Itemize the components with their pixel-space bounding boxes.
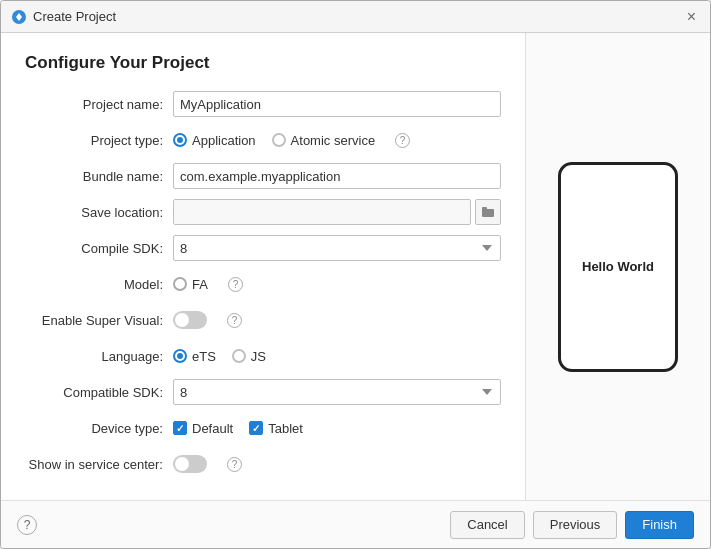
preview-area: Hello World (525, 33, 710, 500)
checkbox-default-box (173, 421, 187, 435)
radio-ets-circle (173, 349, 187, 363)
footer-right: Cancel Previous Finish (450, 511, 694, 539)
checkbox-tablet-box (249, 421, 263, 435)
bundle-name-input[interactable] (173, 163, 501, 189)
show-in-service-toggle[interactable] (173, 455, 207, 473)
radio-js-circle (232, 349, 246, 363)
show-in-service-label: Show in service center: (25, 457, 173, 472)
checkbox-tablet[interactable]: Tablet (249, 421, 303, 436)
radio-fa[interactable]: FA (173, 277, 208, 292)
enable-super-visual-row: Enable Super Visual: ? (25, 307, 501, 333)
bundle-name-control (173, 163, 501, 189)
device-type-label: Device type: (25, 421, 173, 436)
compatible-sdk-label: Compatible SDK: (25, 385, 173, 400)
radio-fa-circle (173, 277, 187, 291)
radio-atomic[interactable]: Atomic service (272, 133, 376, 148)
language-control: eTS JS (173, 349, 501, 364)
model-control: FA ? (173, 277, 501, 292)
model-help-icon[interactable]: ? (228, 277, 243, 292)
project-type-help-icon[interactable]: ? (395, 133, 410, 148)
project-type-row: Project type: Application Atomic service… (25, 127, 501, 153)
device-type-row: Device type: Default Tablet (25, 415, 501, 441)
compile-sdk-label: Compile SDK: (25, 241, 173, 256)
radio-application[interactable]: Application (173, 133, 256, 148)
device-type-control: Default Tablet (173, 421, 501, 436)
enable-super-visual-control: ? (173, 311, 501, 329)
save-location-row: Save location: (25, 199, 501, 225)
svg-rect-2 (482, 207, 487, 210)
project-type-label: Project type: (25, 133, 173, 148)
page-title: Configure Your Project (25, 53, 501, 73)
close-button[interactable]: × (683, 7, 700, 27)
checkbox-default[interactable]: Default (173, 421, 233, 436)
svg-rect-1 (482, 209, 494, 217)
radio-ets[interactable]: eTS (173, 349, 216, 364)
super-visual-toggle[interactable] (173, 311, 207, 329)
title-bar: Create Project × (1, 1, 710, 33)
model-row: Model: FA ? (25, 271, 501, 297)
checkbox-default-label: Default (192, 421, 233, 436)
bundle-name-row: Bundle name: (25, 163, 501, 189)
compile-sdk-select[interactable]: 8 9 10 (173, 235, 501, 261)
form-rows: Project name: Project type: Application (25, 91, 501, 490)
radio-js-label: JS (251, 349, 266, 364)
save-location-input[interactable] (173, 199, 471, 225)
app-icon (11, 9, 27, 25)
compatible-sdk-control: 8 9 10 (173, 379, 501, 405)
language-row: Language: eTS JS (25, 343, 501, 369)
form-area: Configure Your Project Project name: Pro… (1, 33, 525, 500)
model-label: Model: (25, 277, 173, 292)
dialog-body: Configure Your Project Project name: Pro… (1, 33, 710, 500)
dialog-footer: ? Cancel Previous Finish (1, 500, 710, 548)
language-label: Language: (25, 349, 173, 364)
project-type-control: Application Atomic service ? (173, 133, 501, 148)
dialog-title: Create Project (33, 9, 116, 24)
title-bar-left: Create Project (11, 9, 116, 25)
radio-js[interactable]: JS (232, 349, 266, 364)
cancel-button[interactable]: Cancel (450, 511, 524, 539)
project-name-row: Project name: (25, 91, 501, 117)
radio-ets-label: eTS (192, 349, 216, 364)
radio-atomic-label: Atomic service (291, 133, 376, 148)
project-name-label: Project name: (25, 97, 173, 112)
phone-mockup: Hello World (558, 162, 678, 372)
compile-sdk-control: 8 9 10 (173, 235, 501, 261)
footer-left: ? (17, 515, 37, 535)
bundle-name-label: Bundle name: (25, 169, 173, 184)
show-in-service-help-icon[interactable]: ? (227, 457, 242, 472)
create-project-dialog: Create Project × Configure Your Project … (0, 0, 711, 549)
folder-icon (482, 207, 494, 217)
project-name-input[interactable] (173, 91, 501, 117)
radio-atomic-circle (272, 133, 286, 147)
project-name-control (173, 91, 501, 117)
save-location-control (173, 199, 501, 225)
radio-application-label: Application (192, 133, 256, 148)
previous-button[interactable]: Previous (533, 511, 618, 539)
show-in-service-row: Show in service center: ? (25, 451, 501, 477)
radio-application-circle (173, 133, 187, 147)
save-location-label: Save location: (25, 205, 173, 220)
compatible-sdk-row: Compatible SDK: 8 9 10 (25, 379, 501, 405)
compatible-sdk-select[interactable]: 8 9 10 (173, 379, 501, 405)
phone-preview-text: Hello World (582, 259, 654, 274)
show-in-service-control: ? (173, 455, 501, 473)
finish-button[interactable]: Finish (625, 511, 694, 539)
browse-button[interactable] (475, 199, 501, 225)
radio-fa-label: FA (192, 277, 208, 292)
checkbox-tablet-label: Tablet (268, 421, 303, 436)
footer-help-icon[interactable]: ? (17, 515, 37, 535)
super-visual-help-icon[interactable]: ? (227, 313, 242, 328)
enable-super-visual-label: Enable Super Visual: (25, 313, 173, 328)
compile-sdk-row: Compile SDK: 8 9 10 (25, 235, 501, 261)
